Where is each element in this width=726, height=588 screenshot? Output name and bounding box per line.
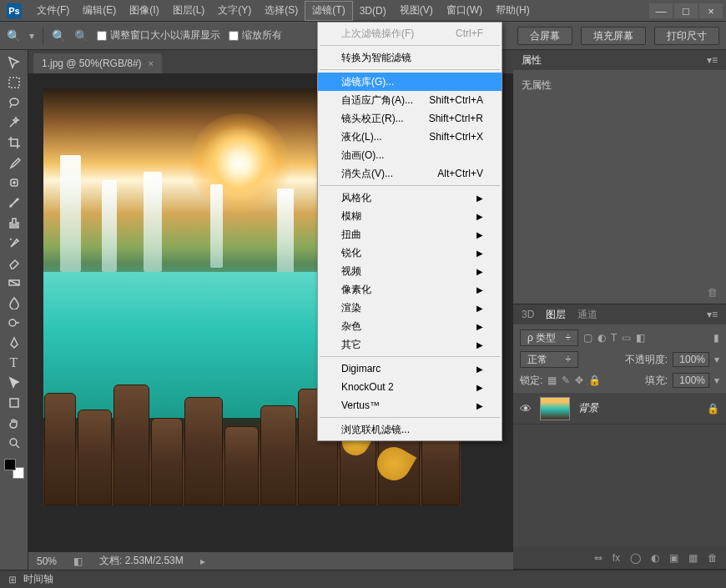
layer-name[interactable]: 背景 [578, 401, 598, 415]
lasso-tool[interactable] [3, 93, 25, 112]
lock-pixels-icon[interactable]: ▦ [547, 374, 557, 386]
menu-1[interactable]: 编辑(E) [76, 1, 123, 21]
folder-icon[interactable]: ▣ [669, 552, 678, 564]
panel-menu-icon[interactable]: ▾≡ [707, 54, 718, 66]
menu-item[interactable]: 浏览联机滤镜... [318, 420, 502, 439]
lock-move-icon[interactable]: ✥ [575, 374, 583, 386]
dodge-tool[interactable] [3, 314, 25, 332]
menu-item[interactable]: 油画(O)... [318, 146, 502, 164]
path-select-tool[interactable] [3, 374, 25, 392]
wand-tool[interactable] [3, 113, 25, 132]
hand-tool[interactable] [3, 414, 25, 432]
marquee-tool[interactable] [3, 73, 25, 92]
tab-layers[interactable]: 图层 [546, 308, 566, 322]
menu-7[interactable]: 3D(D) [353, 1, 393, 21]
menu-item[interactable]: 模糊▶ [318, 207, 502, 225]
menu-item[interactable]: 锐化▶ [318, 244, 502, 262]
menu-10[interactable]: 帮助(H) [489, 1, 537, 21]
fx-icon[interactable]: fx [613, 552, 620, 564]
minimize-button[interactable]: — [649, 3, 673, 18]
maximize-button[interactable]: □ [674, 3, 698, 18]
lock-all-icon[interactable]: 🔒 [588, 374, 601, 386]
menu-item[interactable]: 像素化▶ [318, 280, 502, 299]
type-tool[interactable]: T [3, 354, 25, 372]
layer-filter-select[interactable]: ρ 类型÷ [520, 329, 578, 346]
menu-item[interactable]: 液化(L)...Shift+Ctrl+X [318, 128, 502, 146]
stamp-tool[interactable] [3, 214, 25, 232]
zoom-out-icon[interactable]: 🔍 [74, 29, 88, 43]
history-brush-tool[interactable] [3, 234, 25, 252]
menu-item[interactable]: 视频▶ [318, 262, 502, 280]
menu-item[interactable]: 扭曲▶ [318, 225, 502, 244]
lock-paint-icon[interactable]: ✎ [562, 374, 570, 386]
blend-mode-select[interactable]: 正常÷ [520, 351, 578, 368]
zoom-all-checkbox[interactable]: 缩放所有 [229, 28, 282, 43]
close-tab-icon[interactable]: × [149, 58, 154, 68]
menu-item[interactable]: 风格化▶ [318, 188, 502, 207]
move-tool[interactable] [3, 53, 25, 72]
panel-menu-icon[interactable]: ▾≡ [707, 309, 718, 320]
timeline-panel[interactable]: ⊞ 时间轴 [0, 570, 726, 588]
layer-row[interactable]: 👁 背景 🔒 [513, 393, 726, 425]
pen-tool[interactable] [3, 334, 25, 352]
link-icon[interactable]: ⇔ [594, 552, 602, 564]
blur-tool[interactable] [3, 294, 25, 312]
status-arrow-icon[interactable]: ▸ [200, 555, 205, 567]
layer-thumbnail[interactable] [540, 397, 570, 420]
menu-item[interactable]: 自适应广角(A)...Shift+Ctrl+A [318, 91, 502, 109]
menu-3[interactable]: 图层(L) [166, 1, 212, 21]
chevron-down-icon[interactable]: ▾ [29, 30, 34, 42]
filter-type-icon[interactable]: T [611, 332, 617, 344]
adjustment-icon[interactable]: ◐ [651, 552, 659, 564]
zoom-in-icon[interactable]: 🔍 [52, 29, 66, 43]
filter-shape-icon[interactable]: ▭ [622, 332, 631, 344]
shape-tool[interactable] [3, 394, 25, 412]
menu-item[interactable]: 滤镜库(G)... [318, 73, 502, 91]
menu-item[interactable]: Digimarc▶ [318, 359, 502, 378]
visibility-icon[interactable]: 👁 [520, 402, 532, 415]
menu-item[interactable]: KnockOut 2▶ [318, 378, 502, 396]
filter-smart-icon[interactable]: ◧ [636, 332, 645, 344]
menu-6[interactable]: 滤镜(T) [305, 1, 352, 21]
menu-0[interactable]: 文件(F) [30, 1, 76, 21]
menu-item[interactable]: 渲染▶ [318, 299, 502, 317]
fit-screen-button[interactable]: 合屏幕 [517, 27, 572, 45]
menu-item[interactable]: 杂色▶ [318, 317, 502, 335]
delete-icon[interactable]: 🗑 [708, 552, 718, 564]
print-size-button[interactable]: 打印尺寸 [654, 27, 719, 45]
zoom-level[interactable]: 50% [37, 555, 57, 567]
filter-toggle[interactable]: ▮ [713, 332, 719, 344]
menu-2[interactable]: 图像(I) [123, 1, 165, 21]
menu-4[interactable]: 文字(Y) [211, 1, 258, 21]
trash-icon[interactable]: 🗑 [707, 286, 718, 299]
expand-icon[interactable]: ⊞ [8, 574, 17, 585]
healing-tool[interactable] [3, 173, 25, 192]
brush-tool[interactable] [3, 193, 25, 212]
menu-item[interactable]: 镜头校正(R)...Shift+Ctrl+R [318, 109, 502, 128]
eyedropper-tool[interactable] [3, 153, 25, 172]
menu-item[interactable]: 消失点(V)...Alt+Ctrl+V [318, 164, 502, 183]
zoom-tool[interactable] [3, 434, 25, 452]
menu-item[interactable]: 其它▶ [318, 335, 502, 354]
tab-3d[interactable]: 3D [522, 309, 534, 320]
crop-tool[interactable] [3, 133, 25, 152]
menu-item[interactable]: 转换为智能滤镜 [318, 48, 502, 67]
filter-adjust-icon[interactable]: ◐ [597, 332, 606, 344]
tab-channels[interactable]: 通道 [577, 308, 597, 322]
color-swatch[interactable] [4, 459, 24, 479]
document-tab[interactable]: 1.jpg @ 50%(RGB/8#) × [33, 53, 162, 73]
filter-image-icon[interactable]: ▢ [583, 332, 592, 344]
fill-value[interactable]: 100% [673, 373, 709, 388]
gradient-tool[interactable] [3, 274, 25, 292]
mask-icon[interactable]: ◯ [630, 552, 641, 564]
new-layer-icon[interactable]: ▦ [688, 552, 698, 564]
menu-item[interactable]: Vertus™▶ [318, 396, 502, 415]
opacity-value[interactable]: 100% [673, 352, 709, 367]
fill-screen-button[interactable]: 填充屏幕 [581, 27, 646, 45]
close-button[interactable]: × [699, 3, 723, 18]
eraser-tool[interactable] [3, 254, 25, 272]
menu-5[interactable]: 选择(S) [258, 1, 305, 21]
menu-9[interactable]: 窗口(W) [440, 1, 489, 21]
properties-tab[interactable]: 属性 [522, 53, 542, 68]
resize-window-checkbox[interactable]: 调整窗口大小以满屏显示 [97, 28, 220, 43]
